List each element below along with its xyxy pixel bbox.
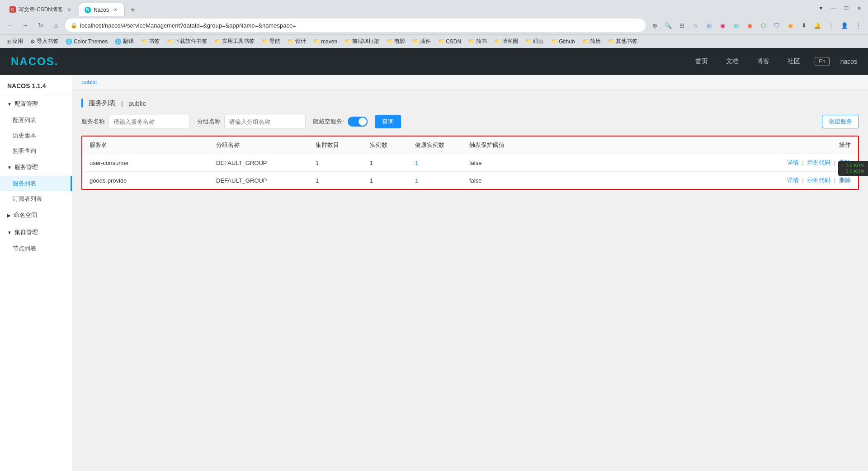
hidden-service-toggle[interactable] xyxy=(348,117,368,127)
extension2-icon[interactable]: ◉ xyxy=(716,19,729,32)
cast-icon[interactable]: ⊕ xyxy=(648,19,661,32)
sidebar-item-history[interactable]: 历史版本 xyxy=(0,128,72,143)
profile-icon[interactable]: 👤 xyxy=(838,19,851,32)
download-icon[interactable]: ⬇ xyxy=(797,19,810,32)
detail-link-2[interactable]: 详情 xyxy=(787,177,799,184)
nav-community[interactable]: 社区 xyxy=(784,56,804,67)
restore-button[interactable]: ❐ xyxy=(841,3,852,14)
tab-close-csdn[interactable]: ✕ xyxy=(66,6,73,13)
nav-docs[interactable]: 文档 xyxy=(722,56,742,67)
td-threshold-2: false xyxy=(462,177,534,184)
extension4-icon[interactable]: ◉ xyxy=(743,19,756,32)
folder-icon-13: 📁 xyxy=(525,38,532,44)
new-tab-button[interactable]: + xyxy=(127,4,139,16)
home-button[interactable]: ⌂ xyxy=(50,19,62,32)
apps-icon[interactable]: ⊞ xyxy=(675,19,688,32)
bookmark-nav[interactable]: 📁 导航 xyxy=(259,37,283,46)
bookmark-gitee-label: 码云 xyxy=(533,38,544,45)
sidebar-group-config-header[interactable]: ▼ 配置管理 xyxy=(0,95,72,113)
bookmark-movies-label: 电影 xyxy=(394,38,405,45)
td-action-2: 详情 | 示例代码 | 删除 xyxy=(534,176,858,184)
bookmark-color-themes[interactable]: 🌐 Color Themes xyxy=(63,38,110,46)
create-service-button[interactable]: 创建服务 xyxy=(822,115,859,128)
address-input-wrapper[interactable]: 🔒 localhost/nacos/#/serviceManagement?da… xyxy=(65,19,646,32)
bookmark-design[interactable]: 📁 设计 xyxy=(285,37,309,46)
maximize-button[interactable]: — xyxy=(828,3,839,14)
folder-icon-2: 📁 xyxy=(167,38,173,44)
extension6-icon[interactable]: 🛡 xyxy=(770,19,783,32)
bookmarks-bar: ⊞ 应用 ⚙ 导入书签 🌐 Color Themes 🌐 翻译 📁 书签 📁 下… xyxy=(0,34,868,48)
bookmark-translate[interactable]: 🌐 翻译 xyxy=(112,37,137,46)
window-controls: ▼ — ❐ ✕ xyxy=(816,3,864,14)
folder-icon-7: 📁 xyxy=(344,38,351,44)
bookmark-others[interactable]: 📁 其他书签 xyxy=(605,37,640,46)
bookmark-maven[interactable]: 📁 maven xyxy=(311,38,340,46)
detail-link-1[interactable]: 详情 xyxy=(787,159,799,166)
bookmark-blog-garden[interactable]: 📁 博客园 xyxy=(491,37,521,46)
bookmark-frontend-ui[interactable]: 📁 前端UI框架 xyxy=(342,37,382,46)
bookmark-import[interactable]: ⚙ 导入书签 xyxy=(28,37,61,46)
sep-1a: | xyxy=(802,159,805,166)
nav-blog[interactable]: 博客 xyxy=(753,56,773,67)
extension3-icon[interactable]: ◎ xyxy=(730,19,742,32)
sidebar-group-cluster-header[interactable]: ▼ 集群管理 xyxy=(0,224,72,241)
hidden-service-label: 隐藏空服务: xyxy=(313,118,344,126)
query-button[interactable]: 查询 xyxy=(375,115,401,128)
group-name-input[interactable] xyxy=(224,115,306,128)
delete-link-2[interactable]: 删除 xyxy=(839,177,851,184)
bookmark-star-icon[interactable]: ☆ xyxy=(689,19,702,32)
bookmark-bookmarks-label: 书签 xyxy=(149,38,160,45)
bookmark-github[interactable]: 📁 Github xyxy=(548,38,577,46)
td-action-1: 详情 | 示例代码 | 删除 xyxy=(534,159,858,167)
extension1-icon[interactable]: ◎ xyxy=(703,19,715,32)
bookmark-utility-tools[interactable]: 📁 实用工具书签 xyxy=(212,37,257,46)
folder-icon-4: 📁 xyxy=(262,38,268,44)
bookmark-gitee[interactable]: 📁 码云 xyxy=(523,37,547,46)
back-button[interactable]: ← xyxy=(4,19,16,32)
menu-icon[interactable]: ⋮ xyxy=(852,19,864,32)
bookmark-translate-label: 翻译 xyxy=(123,38,134,45)
title-bar: C 写文章-CSDN博客 ✕ N Nacos ✕ + ▼ — ❐ ✕ xyxy=(0,0,868,16)
bookmark-design-label: 设计 xyxy=(295,38,306,45)
breadcrumb-public[interactable]: public xyxy=(81,79,97,85)
sidebar-item-monitor[interactable]: 监听查询 xyxy=(0,143,72,159)
sidebar-group-namespace-header[interactable]: ▶ 命名空间 xyxy=(0,207,72,224)
forward-button[interactable]: → xyxy=(19,19,32,32)
nav-home[interactable]: 首页 xyxy=(692,56,712,67)
close-button[interactable]: ✕ xyxy=(854,3,864,14)
bookmark-jianshu[interactable]: 📁 简书 xyxy=(466,37,490,46)
bookmark-apps[interactable]: ⊞ 应用 xyxy=(4,37,26,46)
search-icon[interactable]: 🔍 xyxy=(662,19,675,32)
bookmark-bookmarks[interactable]: 📁 书签 xyxy=(138,37,162,46)
bookmark-download-tools[interactable]: 📁 下载软件书签 xyxy=(164,37,210,46)
sidebar-item-node-list[interactable]: 节点列表 xyxy=(0,241,72,256)
tab-nacos[interactable]: N Nacos ✕ xyxy=(79,3,125,16)
main-layout: ↑ 0.0 KB/s ↓ 0.0 KB/s NACOS 1.1.4 ▼ 配置管理… xyxy=(0,75,868,471)
extension5-icon[interactable]: ⬡ xyxy=(757,19,769,32)
toolbar-icons: ⊕ 🔍 ⊞ ☆ ◎ ◉ ◎ ◉ ⬡ 🛡 ◉ ⬇ 🔔 ⋮ 👤 ⋮ xyxy=(648,19,864,32)
bookmark-csdn-label: CSDN xyxy=(446,38,461,45)
extension7-icon[interactable]: ◉ xyxy=(784,19,797,32)
example-code-link-1[interactable]: 示例代码 xyxy=(807,159,830,166)
sidebar-item-subscriber-list[interactable]: 订阅者列表 xyxy=(0,191,72,207)
bookmark-csdn[interactable]: 📁 CSDN xyxy=(435,38,464,46)
more-downloads-icon[interactable]: ⋮ xyxy=(825,19,837,32)
sep-1b: | xyxy=(834,159,837,166)
example-code-link-2[interactable]: 示例代码 xyxy=(807,177,830,184)
refresh-button[interactable]: ↻ xyxy=(34,19,47,32)
sidebar-item-config-list[interactable]: 配置列表 xyxy=(0,113,72,128)
th-threshold: 触发保护阈值 xyxy=(462,141,534,149)
bookmark-resume[interactable]: 📁 简历 xyxy=(580,37,604,46)
volume-icon[interactable]: 🔔 xyxy=(811,19,824,32)
bookmark-plugins[interactable]: 📁 插件 xyxy=(410,37,434,46)
td-group-name-1: DEFAULT_GROUP xyxy=(209,160,308,166)
sidebar-item-service-list[interactable]: 服务列表 xyxy=(0,176,72,191)
minimize-button[interactable]: ▼ xyxy=(816,3,826,14)
tab-close-nacos[interactable]: ✕ xyxy=(112,6,119,14)
service-name-input[interactable] xyxy=(108,115,190,128)
tab-csdn[interactable]: C 写文章-CSDN博客 ✕ xyxy=(4,3,79,16)
language-button[interactable]: En xyxy=(815,57,830,66)
bookmark-movies[interactable]: 📁 电影 xyxy=(384,37,408,46)
sidebar-group-config-label: 配置管理 xyxy=(14,100,38,108)
sidebar-group-service-header[interactable]: ▼ 服务管理 xyxy=(0,159,72,176)
